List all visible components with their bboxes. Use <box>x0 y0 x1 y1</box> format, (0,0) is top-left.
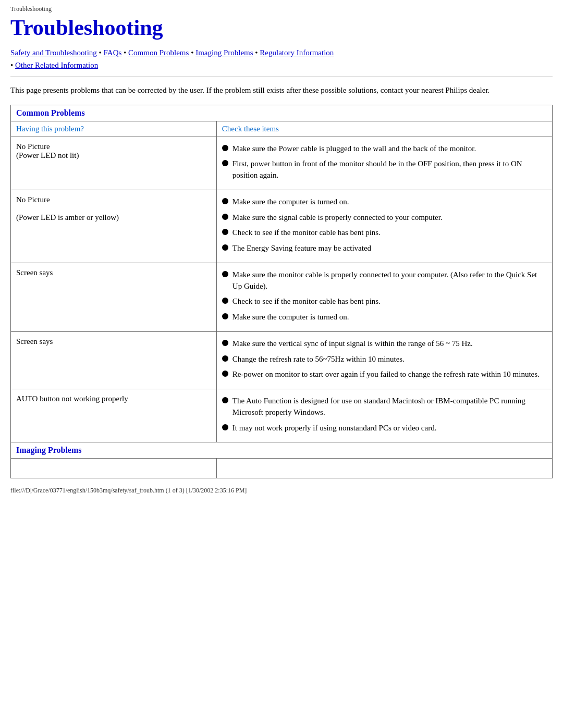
problem-cell: No Picture(Power LED not lit) <box>11 137 217 190</box>
section-header-imaging: Imaging Problems <box>11 442 553 459</box>
bullet-icon <box>222 424 228 430</box>
problem-cell: No Picture(Power LED is amber or yellow) <box>11 190 217 263</box>
table-row: AUTO button not working properly The Aut… <box>11 389 553 442</box>
nav-other[interactable]: Other Related Information <box>15 61 98 69</box>
solution-text: Check to see if the monitor cable has be… <box>232 227 381 239</box>
solution-cell-empty <box>216 459 552 478</box>
solution-text: Make sure the signal cable is properly c… <box>232 212 443 224</box>
table-row-empty <box>11 459 553 478</box>
bullet-icon <box>222 271 228 277</box>
bullet-icon <box>222 214 228 220</box>
nav-regulatory[interactable]: Regulatory Information <box>260 48 334 57</box>
nav-sep: • <box>10 61 15 69</box>
solution-text: The Auto Function is designed for use on… <box>232 396 547 418</box>
problem-cell: Screen says <box>11 331 217 389</box>
solution-cell: Make sure the Power cable is plugged to … <box>216 137 552 190</box>
bullet-icon <box>222 145 228 151</box>
section-header-imaging-label: Imaging Problems <box>11 442 553 459</box>
status-bar: file:///D|/Grace/03771/english/150b3mq/s… <box>10 487 553 495</box>
section-header-common: Common Problems <box>11 105 553 121</box>
browser-tab: Troubleshooting <box>10 5 553 13</box>
solution-text: Check to see if the monitor cable has be… <box>232 296 381 307</box>
col-solution-header: Check these items <box>216 121 552 137</box>
problem-cell: AUTO button not working properly <box>11 389 217 442</box>
bullet-icon <box>222 355 228 362</box>
bullet-icon <box>222 340 228 346</box>
solution-cell: Make sure the computer is turned on. Mak… <box>216 190 552 263</box>
nav-links: Safety and Troubleshooting • FAQs • Comm… <box>10 46 553 71</box>
bullet-icon <box>222 244 228 251</box>
solution-text: It may not work properly if using nonsta… <box>232 423 437 434</box>
bullet-icon <box>222 160 228 166</box>
intro-text: This page presents problems that can be … <box>10 84 553 96</box>
bullet-icon <box>222 313 228 319</box>
solution-cell: Make sure the vertical sync of input sig… <box>216 331 552 389</box>
nav-safety[interactable]: Safety and Troubleshooting <box>10 48 97 57</box>
bullet-icon <box>222 298 228 304</box>
section-header-common-label: Common Problems <box>11 105 553 121</box>
nav-faqs[interactable]: FAQs <box>104 48 122 57</box>
solution-text: Make sure the monitor cable is properly … <box>232 269 547 292</box>
solution-text: Make sure the computer is turned on. <box>232 196 349 208</box>
table-row: Screen says Make sure the vertical sync … <box>11 331 553 389</box>
page-title: Troubleshooting <box>10 15 553 40</box>
table-row: No Picture(Power LED not lit) Make sure … <box>11 137 553 190</box>
nav-common[interactable]: Common Problems <box>128 48 189 57</box>
nav-imaging[interactable]: Imaging Problems <box>195 48 253 57</box>
solution-text: Make sure the vertical sync of input sig… <box>232 338 473 350</box>
table-row: No Picture(Power LED is amber or yellow)… <box>11 190 553 263</box>
solution-text: Change the refresh rate to 56~75Hz withi… <box>232 354 405 365</box>
problem-cell: Screen says <box>11 263 217 331</box>
divider <box>10 77 553 77</box>
solution-text: The Energy Saving feature may be activat… <box>232 243 371 254</box>
bullet-icon <box>222 198 228 204</box>
col-problem-header: Having this problem? <box>11 121 217 137</box>
bullet-icon <box>222 371 228 377</box>
bullet-icon <box>222 397 228 403</box>
problem-cell-empty <box>11 459 217 478</box>
solution-text: Make sure the computer is turned on. <box>232 312 349 323</box>
table-row: Screen says Make sure the monitor cable … <box>11 263 553 331</box>
solution-text: Make sure the Power cable is plugged to … <box>232 143 476 155</box>
solution-text: First, power button in front of the moni… <box>232 158 547 181</box>
solution-cell: The Auto Function is designed for use on… <box>216 389 552 442</box>
solution-text: Re-power on monitor to start over again … <box>232 369 540 380</box>
bullet-icon <box>222 229 228 235</box>
problems-table: Common Problems Having this problem? Che… <box>10 105 553 479</box>
column-headers: Having this problem? Check these items <box>11 121 553 137</box>
solution-cell: Make sure the monitor cable is properly … <box>216 263 552 331</box>
